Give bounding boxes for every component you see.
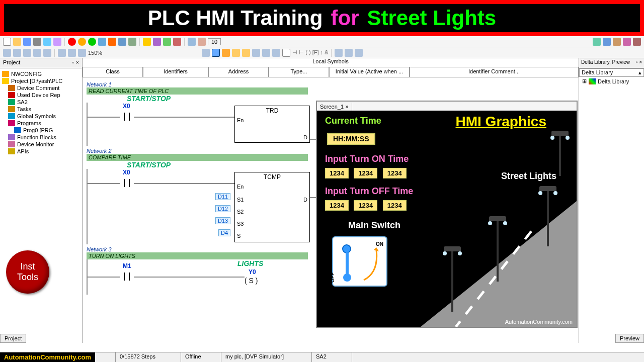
col-ident[interactable]: Identifiers <box>143 67 208 77</box>
tree-item[interactable]: Project [D:\yash\PLC <box>2 77 80 84</box>
tree-item[interactable]: Function Blocks <box>8 134 80 141</box>
ld-up-icon[interactable] <box>252 49 260 57</box>
open-icon[interactable] <box>13 38 21 46</box>
net1-block[interactable]: TRD En D <box>234 106 310 143</box>
library-dropdown[interactable]: Delta Library▴ <box>579 68 644 77</box>
tree-item[interactable]: APIs <box>8 148 80 155</box>
new-icon[interactable] <box>3 38 11 46</box>
tree-item[interactable]: Prog0 [PRG <box>14 127 80 134</box>
r3-icon[interactable] <box>613 38 621 46</box>
hmi-off-s[interactable]: 1234 <box>383 200 407 211</box>
banner-part3: Street Lights <box>367 6 496 30</box>
view2-icon[interactable] <box>53 38 61 46</box>
net3-coil-addr: Y0 <box>249 268 256 276</box>
tree-icon <box>2 78 9 84</box>
col-init[interactable]: Initial Value (Active when ... <box>329 67 410 77</box>
save-icon[interactable] <box>23 38 31 46</box>
tool4-icon[interactable] <box>173 38 181 46</box>
net2-reg3[interactable]: D13 <box>215 217 230 224</box>
toolbar-spin[interactable]: 10 <box>208 38 221 45</box>
net2-block[interactable]: TCMP En S1 S2 S3 S D <box>234 172 310 242</box>
tree-item[interactable]: Device Comment <box>8 84 80 92</box>
upload-icon[interactable] <box>118 38 126 46</box>
net2-reg2[interactable]: D12 <box>215 205 230 212</box>
print-icon[interactable] <box>33 38 41 46</box>
tree-item[interactable]: Tasks <box>8 106 80 113</box>
m3-icon[interactable] <box>355 49 363 57</box>
copy-icon[interactable] <box>33 49 41 57</box>
tree-item[interactable]: Global Symbols <box>8 113 80 120</box>
ld-left-icon[interactable] <box>272 49 280 57</box>
download-icon[interactable] <box>108 38 116 46</box>
zoom-level[interactable]: 150% <box>88 50 102 56</box>
pane-pin-icon[interactable]: ▫ × <box>72 59 79 67</box>
net3-contact[interactable] <box>120 272 134 282</box>
preview-tab[interactable]: Preview <box>615 334 644 343</box>
delta-icon <box>589 78 596 84</box>
ld-box-icon[interactable] <box>212 49 220 57</box>
hmi-on-m[interactable]: 1234 <box>354 168 377 178</box>
tool1-icon[interactable] <box>143 38 151 46</box>
net1-contact[interactable] <box>120 112 134 122</box>
net3-coil[interactable]: ( S ) <box>245 277 258 285</box>
r2-icon[interactable] <box>603 38 611 46</box>
zoom-in-icon[interactable] <box>78 49 86 57</box>
monitor-icon[interactable] <box>128 38 136 46</box>
net2-contact[interactable] <box>120 178 134 188</box>
ld-down-icon[interactable] <box>262 49 270 57</box>
run-icon[interactable] <box>88 38 96 46</box>
comm-icon[interactable] <box>188 38 196 46</box>
cursor-icon[interactable] <box>282 49 290 57</box>
undo-icon[interactable] <box>3 49 11 57</box>
street-light-1 <box>551 131 569 176</box>
tree-item[interactable]: SA2 <box>8 99 80 106</box>
r4-icon[interactable] <box>623 38 631 46</box>
pause-icon[interactable] <box>78 38 86 46</box>
net2-reg1[interactable]: D11 <box>215 193 230 200</box>
net2-reg4[interactable]: D4 <box>218 229 230 236</box>
tool3-icon[interactable] <box>163 38 171 46</box>
library-item[interactable]: ⊞Delta Library <box>579 77 644 85</box>
settings-icon[interactable] <box>198 38 206 46</box>
ld2-icon[interactable] <box>242 49 250 57</box>
r5-icon[interactable] <box>633 38 641 46</box>
ld-coil-icon[interactable] <box>222 49 230 57</box>
tree-item[interactable]: Used Device Rep <box>8 92 80 99</box>
find-icon[interactable] <box>58 49 66 57</box>
hmi-off-m[interactable]: 1234 <box>354 200 377 211</box>
zoom-out-icon[interactable] <box>68 49 76 57</box>
m1-icon[interactable] <box>335 49 343 57</box>
view1-icon[interactable] <box>43 38 51 46</box>
hmi-off-h[interactable]: 1234 <box>325 200 349 211</box>
street-light-3 <box>489 216 506 282</box>
tree-icon <box>8 85 15 91</box>
tool2-icon[interactable] <box>153 38 161 46</box>
hmi-tab[interactable]: Screen_1 × <box>317 103 352 111</box>
r1-icon[interactable] <box>593 38 601 46</box>
library-title: Delta Library, Preview <box>581 59 630 67</box>
hmi-on-s[interactable]: 1234 <box>383 168 407 178</box>
cut-icon[interactable] <box>23 49 31 57</box>
col-type[interactable]: Type... <box>269 67 329 77</box>
stop-icon[interactable] <box>68 38 76 46</box>
ld1-icon[interactable] <box>232 49 240 57</box>
m2-icon[interactable] <box>345 49 353 57</box>
tree-icon <box>8 113 15 119</box>
paste-icon[interactable] <box>43 49 51 57</box>
tree-item[interactable]: Programs <box>8 120 80 127</box>
redo-icon[interactable] <box>13 49 21 57</box>
ld-rung-icon[interactable] <box>202 49 210 57</box>
status-plc: my plc, [DVP Simulator] <box>221 352 312 362</box>
tree-item[interactable]: NWCONFIG <box>2 70 80 77</box>
footer-url: AutomationCommunity.com <box>0 352 95 362</box>
hmi-main-switch[interactable]: ON OFF <box>332 236 387 287</box>
col-comment[interactable]: Identifier Comment... <box>410 67 579 77</box>
lib-close-icon[interactable]: ▫ × <box>636 59 642 67</box>
col-addr[interactable]: Address <box>208 67 269 77</box>
hmi-footer: AutomationCommunity.com <box>505 319 573 325</box>
tree-item[interactable]: Device Monitor <box>8 141 80 148</box>
hmi-on-h[interactable]: 1234 <box>325 168 349 178</box>
project-tab[interactable]: Project <box>0 334 26 343</box>
compile-icon[interactable] <box>98 38 106 46</box>
col-class[interactable]: Class <box>83 67 143 77</box>
